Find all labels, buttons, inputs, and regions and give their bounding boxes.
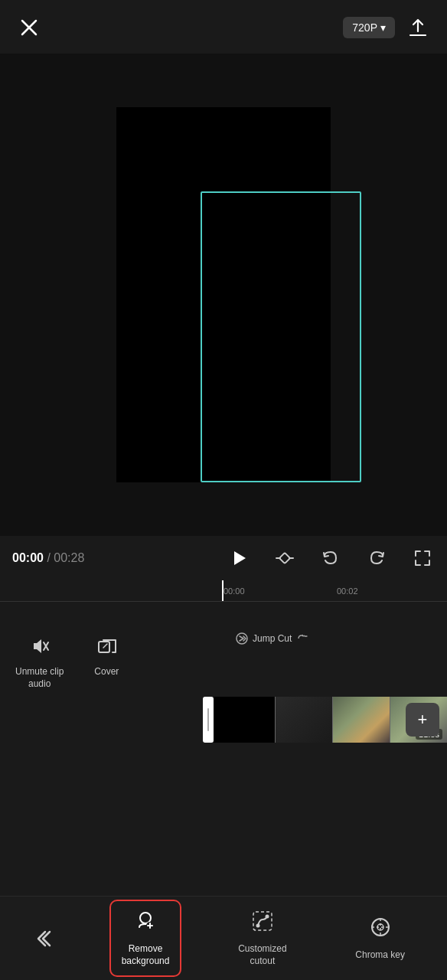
video-track-row: 11.8s + [0, 697, 447, 743]
chroma-key-icon [368, 915, 393, 945]
ruler-mark-0: 00:00 [224, 586, 245, 596]
clip-options: Unmute clip audio Cover [0, 628, 447, 689]
undo-button[interactable] [318, 546, 343, 570]
jump-cut-label: Jump Cut [236, 632, 308, 645]
timeline-tracks: 11.8s + [0, 697, 447, 758]
timeline-ruler: 00:00 00:02 [0, 580, 447, 602]
cover-label: Cover [94, 666, 119, 678]
svg-marker-5 [234, 551, 246, 565]
export-button[interactable] [404, 14, 432, 41]
svg-rect-6 [279, 553, 290, 564]
video-crop-border [201, 191, 361, 482]
svg-point-21 [256, 924, 259, 928]
resolution-arrow-icon: ▾ [380, 21, 386, 34]
svg-rect-19 [253, 912, 272, 930]
remove-background-icon [133, 909, 158, 939]
add-clip-button[interactable]: + [406, 703, 439, 737]
track-handle[interactable] [203, 697, 214, 743]
time-total: 00:28 [54, 551, 84, 564]
unmute-clip-audio-option[interactable]: Unmute clip audio [0, 635, 79, 690]
clip-frame-2 [332, 697, 390, 743]
customized-cutout-label: Customized cutout [238, 943, 286, 967]
unmute-icon [29, 635, 51, 662]
clip-segment-black [214, 697, 275, 743]
track-handle-bar [207, 708, 209, 731]
bottom-toolbar: Remove background Customized cutout Chro… [0, 896, 447, 980]
toolbar-item-customized-cutout[interactable]: Customized cutout [226, 900, 299, 976]
unmute-clip-audio-label: Unmute clip audio [15, 666, 64, 690]
svg-line-12 [103, 644, 107, 648]
toolbar-item-remove-background[interactable]: Remove background [109, 900, 182, 976]
cover-option[interactable]: Cover [79, 635, 134, 678]
play-button[interactable] [227, 546, 251, 570]
svg-point-20 [265, 915, 269, 919]
customized-cutout-icon [250, 909, 275, 939]
redo-button[interactable] [364, 546, 389, 570]
remove-background-label: Remove background [122, 943, 170, 967]
header: 720P ▾ [0, 0, 447, 55]
playback-controls [227, 546, 435, 570]
ruler-mark-2: 00:02 [337, 586, 358, 596]
time-display: 00:00 / 00:28 [12, 551, 227, 565]
jump-cut-text: Jump Cut [253, 633, 292, 644]
video-preview-area [0, 54, 447, 536]
keyframe-button[interactable] [272, 546, 297, 570]
video-canvas [116, 107, 331, 482]
resolution-selector[interactable]: 720P ▾ [343, 17, 395, 38]
resolution-label: 720P [352, 21, 377, 34]
time-current: 00:00 [12, 551, 44, 564]
time-separator: / [47, 551, 54, 564]
header-actions: 720P ▾ [343, 14, 432, 41]
clip-frame-1 [275, 697, 332, 743]
cover-icon [96, 635, 117, 662]
chroma-key-label: Chroma key [355, 949, 405, 962]
toolbar-back-button[interactable] [30, 921, 65, 956]
toolbar-item-chroma-key[interactable]: Chroma key [343, 906, 417, 971]
close-button[interactable] [15, 14, 43, 41]
controls-bar: 00:00 / 00:28 [0, 536, 447, 580]
svg-point-15 [140, 913, 151, 923]
fullscreen-button[interactable] [410, 546, 435, 570]
playhead [222, 580, 224, 601]
